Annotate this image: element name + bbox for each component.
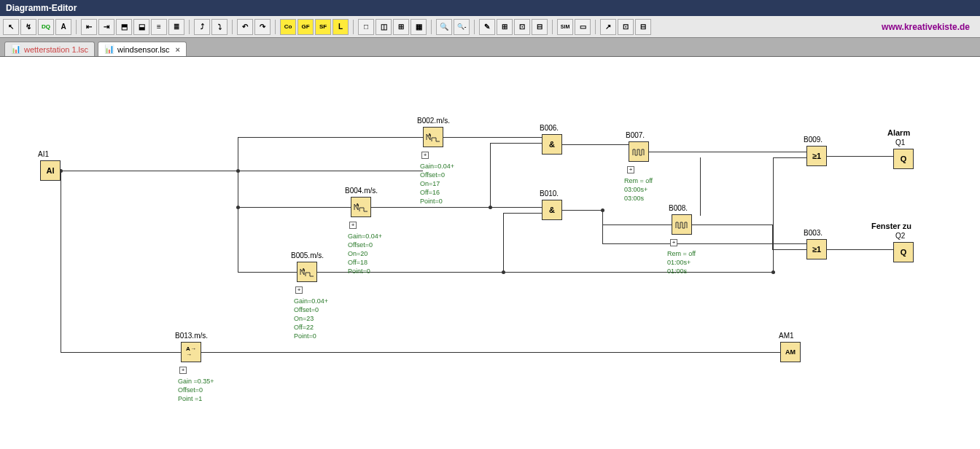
tool-select[interactable]: ↖: [3, 19, 19, 35]
label-B003: B003.: [804, 229, 822, 237]
tool-align-bottom[interactable]: ⬓: [133, 19, 149, 35]
label-B009: B009.: [804, 136, 822, 144]
tool-sim1[interactable]: SIM: [557, 19, 573, 35]
terminal-alarm-label: Alarm: [887, 128, 910, 137]
label-AM1: AM1: [779, 332, 794, 340]
tool-co[interactable]: Co: [280, 19, 296, 35]
tool-gf[interactable]: GF: [298, 19, 314, 35]
terminal-fenster-label: Fenster zu: [871, 222, 911, 230]
tab-windsensor[interactable]: 📊 windsensor.lsc ×: [98, 42, 187, 56]
tool-text[interactable]: A: [55, 19, 71, 35]
tab-icon: 📊: [11, 44, 21, 54]
tool-back[interactable]: ⤵: [211, 19, 228, 35]
tool-y3[interactable]: ⊟: [635, 19, 651, 35]
params-B007: Rem = off03:00s+03:00s: [624, 176, 653, 203]
block-B008-pulse[interactable]: [672, 214, 692, 235]
block-AM1[interactable]: AM: [780, 342, 801, 362]
tab-icon: 📊: [104, 44, 114, 54]
label-B007: B007.: [626, 131, 645, 139]
tool-x3[interactable]: ⊟: [532, 19, 548, 35]
expand-B013[interactable]: +: [179, 367, 187, 374]
block-B009-or[interactable]: ≥1: [806, 146, 827, 166]
tool-align-right[interactable]: ⇥: [98, 19, 114, 35]
block-AI1[interactable]: AI: [40, 160, 61, 181]
label-B002: B002.m/s.: [417, 117, 450, 125]
tool-sf[interactable]: SF: [315, 19, 331, 35]
svg-text:A: A: [356, 203, 359, 207]
block-B013-conv[interactable]: A→→: [181, 342, 201, 362]
block-B002[interactable]: A: [423, 127, 443, 147]
tool-undo[interactable]: ↶: [237, 19, 253, 35]
tool-y2[interactable]: ⊡: [618, 19, 634, 35]
link-kreativekiste[interactable]: www.kreativekiste.de: [882, 22, 970, 32]
label-B010: B010.: [540, 190, 559, 198]
expand-B004[interactable]: +: [349, 222, 357, 229]
tab-label: windsensor.lsc: [117, 45, 170, 54]
tool-y1[interactable]: ↗: [600, 19, 616, 35]
block-B006-and[interactable]: &: [542, 134, 562, 155]
tool-distrib-h[interactable]: ≡: [151, 19, 167, 35]
tool-x1[interactable]: ⊞: [497, 19, 513, 35]
canvas-wrap: AI1 AI B002.m/s. A + Gain=0.04+Offset=0O…: [0, 57, 980, 449]
block-B007-pulse[interactable]: [629, 141, 649, 162]
block-B010-and[interactable]: &: [542, 200, 562, 220]
block-B005[interactable]: A: [297, 262, 317, 282]
expand-B008[interactable]: +: [670, 239, 677, 246]
block-B003-or[interactable]: ≥1: [806, 239, 827, 259]
tool-page4[interactable]: ▦: [411, 19, 427, 35]
label-B004: B004.m/s.: [345, 187, 378, 195]
tool-page1[interactable]: □: [358, 19, 374, 35]
tabbar: 📊 wetterstation 1.lsc 📊 windsensor.lsc ×: [0, 38, 980, 57]
label-AI1: AI1: [38, 150, 49, 158]
expand-B002[interactable]: +: [421, 152, 429, 159]
tool-sim2[interactable]: ▭: [575, 19, 591, 35]
tool-dq[interactable]: DQ: [38, 19, 54, 35]
tool-connect[interactable]: ↯: [20, 19, 36, 35]
tool-distrib-v[interactable]: ≣: [168, 19, 184, 35]
block-B004[interactable]: A: [351, 197, 371, 217]
params-B002: Gain=0.04+Offset=0On=17Off=16Point=0: [420, 162, 454, 206]
tool-align-top[interactable]: ⬒: [116, 19, 132, 35]
label-B008: B008.: [669, 204, 688, 212]
label-B006: B006.: [540, 124, 559, 132]
tool-front[interactable]: ⤴: [194, 19, 210, 35]
tool-x2[interactable]: ⊡: [514, 19, 530, 35]
tool-redo[interactable]: ↷: [254, 19, 271, 35]
expand-B007[interactable]: +: [627, 166, 634, 173]
svg-text:A: A: [302, 268, 306, 272]
tool-zoom-in[interactable]: 🔍: [436, 19, 452, 35]
block-Q2[interactable]: Q: [893, 242, 914, 262]
toolbar: ↖ ↯ DQ A ⇤ ⇥ ⬒ ⬓ ≡ ≣ ⤴ ⤵ ↶ ↷ Co GF SF L …: [0, 16, 980, 38]
params-B008: Rem = off01:00s+01:00s: [667, 249, 696, 276]
tool-zoom-out[interactable]: 🔍-: [454, 19, 470, 35]
params-B013: Gain =0.35+Offset=0Point =1: [178, 377, 214, 403]
params-B004: Gain=0.04+Offset=0On=20Off=18Point=0: [348, 232, 382, 276]
expand-B005[interactable]: +: [295, 286, 303, 294]
tool-align-left[interactable]: ⇤: [81, 19, 97, 35]
tool-edit[interactable]: ✎: [479, 19, 495, 35]
label-B005: B005.m/s.: [291, 251, 324, 259]
params-B005: Gain=0.04+Offset=0On=23Off=22Point=0: [294, 297, 328, 340]
tool-page2[interactable]: ◫: [376, 19, 392, 35]
tab-close-icon[interactable]: ×: [176, 45, 180, 54]
diagram-canvas[interactable]: AI1 AI B002.m/s. A + Gain=0.04+Offset=0O…: [0, 57, 980, 449]
label-Q1: Q1: [895, 138, 905, 147]
svg-text:A: A: [428, 133, 432, 137]
tab-label: wetterstation 1.lsc: [24, 45, 88, 54]
tab-wetterstation[interactable]: 📊 wetterstation 1.lsc: [4, 42, 95, 56]
label-B013: B013.m/s.: [175, 332, 208, 340]
titlebar: Diagramm-Editor: [0, 0, 980, 16]
block-Q1[interactable]: Q: [893, 149, 914, 169]
tool-page3[interactable]: ⊞: [393, 19, 409, 35]
tool-l[interactable]: L: [332, 19, 349, 35]
label-Q2: Q2: [895, 232, 905, 240]
